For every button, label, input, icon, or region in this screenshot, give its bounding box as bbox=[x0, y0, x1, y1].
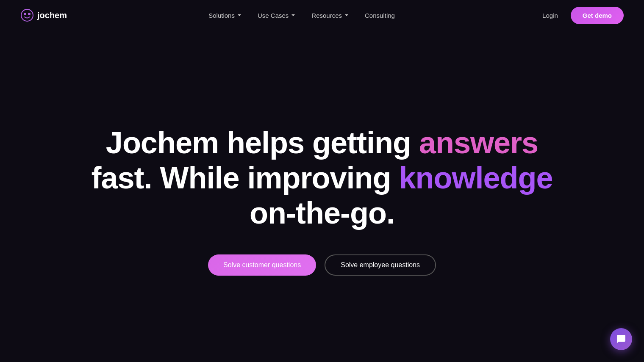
heading-highlight-knowledge: knowledge bbox=[399, 161, 553, 195]
nav-links: Solutions Use Cases Resources bbox=[203, 8, 401, 22]
brand-name: jochem bbox=[37, 11, 67, 20]
solve-employee-button[interactable]: Solve employee questions bbox=[325, 254, 436, 276]
resources-nav-button[interactable]: Resources bbox=[305, 8, 355, 22]
heading-highlight-answers: answers bbox=[419, 126, 538, 160]
nav-actions: Login Get demo bbox=[536, 7, 624, 24]
svg-point-1 bbox=[24, 13, 26, 15]
heading-part2: fast. While improving bbox=[91, 161, 399, 195]
nav-item-consulting: Consulting bbox=[359, 8, 401, 22]
logo-icon bbox=[20, 8, 34, 22]
chevron-down-icon bbox=[290, 12, 296, 18]
heading-part3: on-the-go. bbox=[250, 196, 394, 230]
svg-point-2 bbox=[28, 13, 31, 15]
hero-heading: Jochem helps getting answers fast. While… bbox=[89, 125, 555, 230]
heading-part1: Jochem helps getting bbox=[106, 126, 419, 160]
hero-section: Jochem helps getting answers fast. While… bbox=[0, 30, 644, 362]
hero-cta-group: Solve customer questions Solve employee … bbox=[208, 254, 436, 276]
nav-item-use-cases: Use Cases bbox=[252, 8, 302, 22]
consulting-nav-link[interactable]: Consulting bbox=[359, 8, 401, 22]
chat-icon bbox=[616, 334, 626, 344]
brand-logo[interactable]: jochem bbox=[20, 8, 67, 22]
login-button[interactable]: Login bbox=[536, 8, 564, 22]
navbar: jochem Solutions Use Cases Resources bbox=[0, 0, 644, 30]
chevron-down-icon bbox=[236, 12, 242, 18]
svg-point-0 bbox=[21, 9, 33, 21]
chat-widget-button[interactable] bbox=[610, 328, 632, 350]
solutions-nav-button[interactable]: Solutions bbox=[203, 8, 248, 22]
use-cases-nav-button[interactable]: Use Cases bbox=[252, 8, 302, 22]
solve-customer-button[interactable]: Solve customer questions bbox=[208, 254, 316, 276]
nav-item-resources: Resources bbox=[305, 8, 355, 22]
chevron-down-icon bbox=[344, 12, 350, 18]
nav-item-solutions: Solutions bbox=[203, 8, 248, 22]
get-demo-button[interactable]: Get demo bbox=[571, 7, 624, 24]
